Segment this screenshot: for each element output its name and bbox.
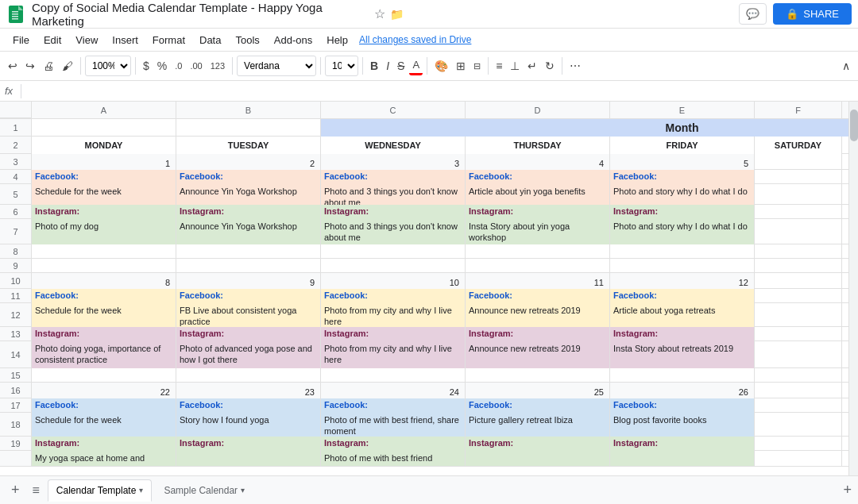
cell-20c[interactable]: Photo of me with best friend	[321, 451, 466, 467]
cell-7d[interactable]: Insta Story about yin yoga workshop	[466, 219, 610, 244]
add-sheet-right-button[interactable]: +	[843, 482, 852, 498]
font-size-select[interactable]: 10	[325, 56, 358, 76]
menu-tools[interactable]: Tools	[229, 33, 265, 48]
valign-button[interactable]: ⊥	[507, 57, 523, 75]
cell-14e[interactable]: Insta Story about retreats 2019	[610, 341, 755, 368]
scrollbar-track[interactable]	[848, 102, 858, 475]
cell-20b[interactable]	[176, 451, 321, 467]
strikethrough-button[interactable]: S	[394, 57, 408, 75]
cell-18e[interactable]: Blog post favorite books	[610, 413, 755, 437]
cell-5e[interactable]: Photo and story why I do what I do	[610, 184, 755, 205]
star-icon[interactable]: ☆	[374, 6, 385, 21]
cell-12d[interactable]: Announce new retreats 2019	[466, 303, 610, 327]
cell-6b[interactable]: Instagram:	[176, 205, 321, 219]
cell-17f[interactable]	[755, 398, 842, 413]
decimal-increase-button[interactable]: .00	[187, 59, 205, 73]
cell-5a[interactable]: Schedule for the week	[32, 184, 176, 205]
tab-sample-calendar[interactable]: Sample Calendar ▾	[155, 479, 253, 502]
cell-17b[interactable]: Facebook:	[176, 398, 321, 413]
cell-19a[interactable]: Instagram:	[32, 437, 176, 451]
cell-5d[interactable]: Article about yin yoga benefits	[466, 184, 610, 205]
scrollbar-thumb[interactable]	[850, 110, 858, 141]
tab-calendar-template[interactable]: Calendar Template ▾	[48, 479, 153, 502]
text-color-button[interactable]: A	[409, 56, 423, 75]
undo-button[interactable]: ↩	[5, 57, 21, 75]
cell-15d[interactable]	[466, 368, 610, 383]
cell-8d[interactable]	[466, 244, 610, 259]
cell-16c[interactable]: 24	[321, 383, 466, 398]
menu-edit[interactable]: Edit	[37, 33, 68, 48]
cell-9b[interactable]	[176, 259, 321, 273]
cell-6a[interactable]: Instagram:	[32, 205, 176, 219]
cell-8e[interactable]	[610, 244, 755, 259]
cell-11a[interactable]: Facebook:	[32, 289, 176, 303]
italic-button[interactable]: I	[383, 57, 392, 75]
cell-18f[interactable]	[755, 413, 842, 437]
cell-15a[interactable]	[32, 368, 176, 383]
cell-5c[interactable]: Photo and 3 things you don't know about …	[321, 184, 466, 205]
cell-15b[interactable]	[176, 368, 321, 383]
cell-15f[interactable]	[755, 368, 842, 383]
col-header-b[interactable]: B	[176, 102, 321, 118]
menu-help[interactable]: Help	[320, 33, 354, 48]
cell-6e[interactable]: Instagram:	[610, 205, 755, 219]
cell-16b[interactable]: 23	[176, 383, 321, 398]
cell-19f[interactable]	[755, 437, 842, 451]
paint-format-button[interactable]: 🖌	[59, 57, 76, 75]
cell-17a[interactable]: Facebook:	[32, 398, 176, 413]
cell-11b[interactable]: Facebook:	[176, 289, 321, 303]
cell-14f[interactable]	[755, 341, 842, 368]
cell-8f[interactable]	[755, 244, 842, 259]
cell-4b[interactable]: Facebook:	[176, 170, 321, 184]
cell-8b[interactable]	[176, 244, 321, 259]
cell-2b-tuesday[interactable]: TUESDAY	[176, 137, 321, 154]
cell-17e[interactable]: Facebook:	[610, 398, 755, 413]
folder-icon[interactable]: 📁	[390, 8, 404, 21]
cell-9d[interactable]	[466, 259, 610, 273]
cell-19e[interactable]: Instagram:	[610, 437, 755, 451]
cell-12c[interactable]: Photo from my city and why I live here	[321, 303, 466, 327]
cell-10d[interactable]: 11	[466, 273, 610, 289]
col-header-e[interactable]: E	[610, 102, 755, 118]
cell-9e[interactable]	[610, 259, 755, 273]
cell-5b[interactable]: Announce Yin Yoga Workshop	[176, 184, 321, 205]
cell-5f[interactable]	[755, 184, 842, 205]
cell-1a[interactable]	[32, 119, 176, 137]
print-button[interactable]: 🖨	[40, 57, 57, 75]
cell-10b[interactable]: 9	[176, 273, 321, 289]
cell-15e[interactable]	[610, 368, 755, 383]
decimal-decrease-button[interactable]: .0	[172, 59, 185, 73]
cell-13d[interactable]: Instagram:	[466, 327, 610, 341]
cell-18d[interactable]: Picture gallery retreat Ibiza	[466, 413, 610, 437]
cell-2a-monday[interactable]: MONDAY	[32, 137, 176, 154]
cell-20a[interactable]: My yoga space at home and	[32, 451, 176, 467]
zoom-select[interactable]: 100%	[85, 56, 131, 76]
cell-3a[interactable]: 1	[32, 154, 176, 170]
format-number-button[interactable]: 123	[207, 59, 228, 73]
cell-11e[interactable]: Facebook:	[610, 289, 755, 303]
cell-13e[interactable]: Instagram:	[610, 327, 755, 341]
wrap-button[interactable]: ↵	[524, 57, 540, 75]
menu-addons[interactable]: Add-ons	[268, 33, 319, 48]
cell-19d[interactable]: Instagram:	[466, 437, 610, 451]
share-button[interactable]: 🔒 SHARE	[773, 3, 852, 25]
cell-4d[interactable]: Facebook:	[466, 170, 610, 184]
cell-1b[interactable]	[176, 119, 321, 137]
font-select[interactable]: Verdana	[237, 56, 316, 76]
cell-7a[interactable]: Photo of my dog	[32, 219, 176, 244]
chat-button[interactable]: 💬	[739, 3, 767, 25]
cell-1c-month[interactable]: Month	[321, 119, 858, 137]
cell-2d-thursday[interactable]: THURSDAY	[466, 137, 610, 154]
cell-16a[interactable]: 22	[32, 383, 176, 398]
cell-9c[interactable]	[321, 259, 466, 273]
menu-data[interactable]: Data	[193, 33, 227, 48]
cell-10e[interactable]: 12	[610, 273, 755, 289]
cell-16e[interactable]: 26	[610, 383, 755, 398]
cell-12a[interactable]: Schedule for the week	[32, 303, 176, 327]
cell-11f[interactable]	[755, 289, 842, 303]
cell-19c[interactable]: Instagram:	[321, 437, 466, 451]
cell-11c[interactable]: Facebook:	[321, 289, 466, 303]
cell-20e[interactable]	[610, 451, 755, 467]
menu-view[interactable]: View	[69, 33, 104, 48]
col-header-a[interactable]: A	[32, 102, 176, 118]
